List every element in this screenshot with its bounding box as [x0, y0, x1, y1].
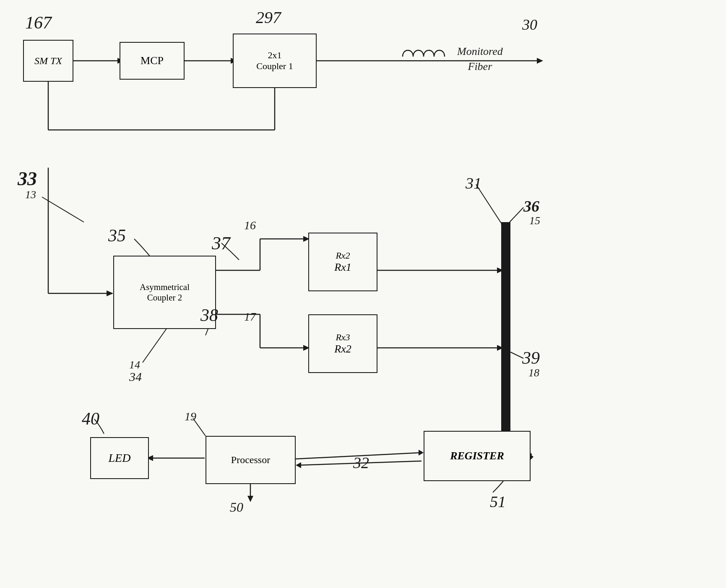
coupler1-label: 2x1Coupler 1 [256, 50, 293, 72]
ref-31: 31 [466, 174, 481, 192]
ref-33: 33 [18, 168, 37, 190]
register-label: REGISTER [450, 450, 504, 462]
diagram-container: SM TX MCP 2x1Coupler 1 AsymmetricalCoupl… [0, 0, 726, 588]
led-box: LED [90, 437, 149, 479]
svg-rect-23 [501, 222, 510, 432]
rx2-label: Rx3Rx2 [334, 332, 351, 355]
svg-line-10 [42, 197, 84, 222]
ref-19: 19 [185, 410, 196, 423]
ref-37: 37 [212, 233, 230, 254]
ref-18: 18 [528, 367, 539, 379]
ref-32: 32 [353, 453, 369, 472]
ref-39: 39 [522, 348, 540, 368]
rx2-box: Rx3Rx2 [308, 314, 377, 373]
svg-line-30 [510, 207, 523, 222]
svg-marker-13 [107, 290, 113, 296]
sm-tx-label: SM TX [34, 55, 62, 67]
ref-40: 40 [82, 409, 99, 429]
processor-label: Processor [231, 454, 270, 466]
svg-line-31 [510, 352, 523, 358]
ref-38: 38 [200, 305, 218, 325]
ref-17: 17 [244, 310, 256, 324]
coupler1-box: 2x1Coupler 1 [233, 34, 317, 88]
svg-marker-29 [501, 224, 507, 228]
svg-marker-39 [247, 496, 253, 502]
ref-16: 16 [244, 219, 256, 232]
sm-tx-box: SM TX [23, 40, 73, 82]
svg-marker-25 [497, 267, 503, 273]
ref-297: 297 [256, 8, 281, 27]
svg-marker-27 [497, 345, 503, 351]
ref-15: 15 [529, 215, 540, 227]
asym-coupler-label: AsymmetricalCoupler 2 [140, 282, 190, 303]
circuit-diagram-svg [0, 0, 726, 588]
rx1-label: Rx2Rx1 [334, 250, 351, 274]
svg-marker-5 [537, 58, 543, 64]
mcp-label: MCP [141, 54, 164, 67]
monitored-fiber-label: MonitoredFiber [457, 44, 503, 75]
register-box: REGISTER [424, 431, 531, 481]
ref-50: 50 [230, 500, 243, 515]
rx1-box: Rx2Rx1 [308, 233, 377, 291]
ref-51: 51 [490, 492, 506, 511]
ref-167: 167 [25, 13, 52, 33]
mcp-box: MCP [120, 42, 185, 80]
ref-13: 13 [25, 189, 36, 201]
svg-line-42 [143, 327, 168, 363]
led-label: LED [109, 451, 131, 465]
processor-box: Processor [206, 436, 296, 484]
svg-marker-37 [296, 462, 301, 468]
ref-35: 35 [108, 225, 126, 246]
ref-34: 34 [129, 370, 142, 384]
ref-30: 30 [522, 16, 537, 34]
ref-36: 36 [523, 197, 539, 215]
svg-marker-35 [419, 450, 424, 456]
